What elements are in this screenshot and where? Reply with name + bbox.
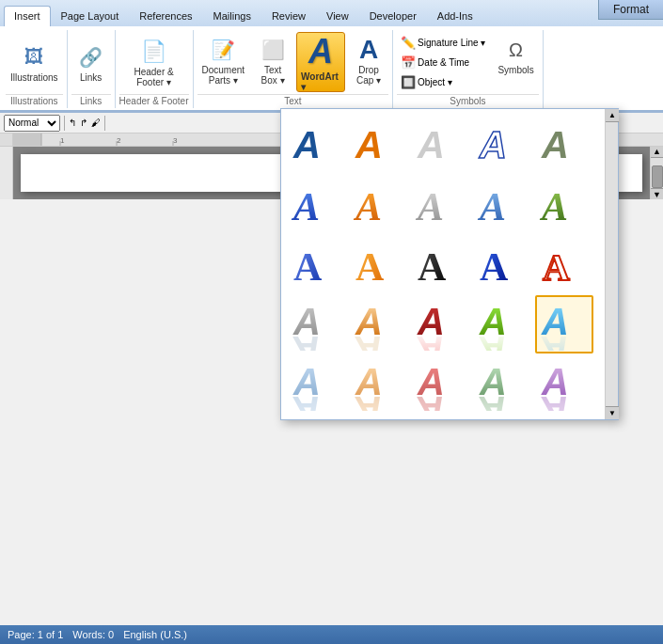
symbols-group-label: Symbols (397, 94, 539, 106)
vertical-scrollbar[interactable]: ▲ ▼ (650, 147, 663, 199)
wordart-button[interactable]: A WordArt ▾ (296, 32, 345, 92)
wa-item-1[interactable]: A (287, 115, 345, 173)
status-bar: Page: 1 of 1 Words: 0 English (U.S.) (0, 625, 663, 644)
wordart-panel: A A A A A A (280, 108, 619, 420)
scroll-down-arrow[interactable]: ▼ (651, 188, 664, 199)
style-dropdown[interactable]: Normal (4, 115, 60, 132)
wa-item-25[interactable]: A A (535, 355, 593, 414)
svg-text:A: A (417, 329, 445, 352)
svg-text:A: A (355, 329, 383, 352)
wa-item-14[interactable]: A (473, 235, 531, 293)
svg-text:A: A (418, 245, 447, 289)
object-button[interactable]: 🔲 Object ▾ (397, 73, 489, 91)
signature-line-label: Signature Line ▾ (418, 38, 485, 48)
wa-item-5[interactable]: A (535, 115, 593, 173)
svg-text:1: 1 (60, 136, 65, 145)
tab-references[interactable]: References (129, 6, 202, 26)
wa-item-15[interactable]: A (535, 235, 593, 293)
svg-text:A: A (480, 245, 509, 289)
signature-line-button[interactable]: ✏️ Signature Line ▾ (397, 34, 489, 52)
wa-item-19[interactable]: A A (473, 295, 531, 353)
wa-item-12[interactable]: A (349, 235, 407, 293)
symbols-icon: Ω (501, 35, 531, 65)
wa-item-6[interactable]: A (287, 175, 345, 233)
svg-text:A: A (479, 389, 507, 412)
format-tab-label: Format (613, 3, 649, 16)
ribbon-group-illustrations: 🖼 Illustrations Illustrations (2, 30, 68, 108)
left-sidebar (0, 147, 13, 199)
panel-scrollbar[interactable]: ▲ ▼ (605, 109, 618, 419)
wa-item-17[interactable]: A A (349, 295, 407, 353)
wa-item-13[interactable]: A (411, 235, 469, 293)
date-time-icon: 📅 (401, 55, 416, 70)
svg-text:A: A (479, 329, 507, 352)
drop-cap-button[interactable]: A DropCap ▾ (349, 32, 388, 92)
document-parts-icon: 📝 (208, 35, 238, 65)
separator-2 (104, 116, 105, 131)
symbols-button[interactable]: Ω Symbols (493, 32, 538, 92)
wa-item-22[interactable]: A A (349, 355, 407, 414)
svg-text:A: A (479, 124, 507, 165)
panel-scroll-down[interactable]: ▼ (606, 406, 619, 419)
text-box-icon: ⬜ (258, 35, 288, 65)
illustrations-icon: 🖼 (19, 42, 49, 72)
wa-item-24[interactable]: A A (473, 355, 531, 414)
text-box-button[interactable]: ⬜ TextBox ▾ (253, 32, 292, 92)
svg-text:A: A (353, 185, 382, 228)
wa-item-10[interactable]: A (535, 175, 593, 233)
page-count: Page: 1 of 1 (8, 629, 63, 640)
wordart-icon: A (308, 32, 333, 71)
svg-text:A: A (543, 246, 570, 289)
wa-item-23[interactable]: A A (411, 355, 469, 414)
panel-scroll-up[interactable]: ▲ (606, 109, 619, 122)
format-tab[interactable]: Format (598, 0, 663, 20)
wa-item-16[interactable]: A A (287, 295, 345, 353)
wa-item-4[interactable]: A (473, 115, 531, 173)
wa-item-11[interactable]: A (287, 235, 345, 293)
wa-item-9[interactable]: A (473, 175, 531, 233)
wa-item-20[interactable]: A A (535, 295, 593, 353)
wordart-label: WordArt ▾ (301, 71, 340, 92)
links-button[interactable]: 🔗 Links (71, 39, 111, 86)
illustrations-group-label: Illustrations (6, 94, 63, 106)
redo-icon[interactable]: ↱ (80, 118, 87, 128)
scroll-up-arrow[interactable]: ▲ (651, 147, 664, 158)
svg-text:3: 3 (173, 136, 178, 145)
text-box-label: TextBox ▾ (261, 65, 285, 86)
wa-item-3[interactable]: A (411, 115, 469, 173)
wa-item-21[interactable]: A A (287, 355, 345, 414)
drop-cap-label: DropCap ▾ (356, 65, 381, 86)
tab-page-layout[interactable]: Page Layout (51, 6, 130, 26)
svg-text:A: A (291, 185, 320, 228)
header-footer-button[interactable]: 📄 Header &Footer ▾ (129, 34, 178, 90)
tab-insert[interactable]: Insert (4, 6, 51, 26)
undo-icon[interactable]: ↰ (69, 118, 76, 128)
wa-item-2[interactable]: A (349, 115, 407, 173)
word-count: Words: 0 (72, 629, 114, 640)
wa-item-8[interactable]: A (411, 175, 469, 233)
header-footer-icon: 📄 (139, 37, 169, 67)
svg-text:A: A (417, 124, 445, 165)
header-footer-label: Header &Footer ▾ (134, 67, 173, 87)
svg-text:A: A (539, 185, 568, 228)
wa-item-7[interactable]: A (349, 175, 407, 233)
svg-text:2: 2 (117, 136, 121, 145)
svg-text:A: A (292, 124, 321, 165)
wordart-gallery: A A A A A A (281, 109, 605, 419)
svg-text:A: A (541, 389, 569, 412)
wa-item-18[interactable]: A A (411, 295, 469, 353)
tab-add-ins[interactable]: Add-Ins (427, 6, 483, 26)
tab-view[interactable]: View (316, 6, 359, 26)
svg-text:A: A (293, 245, 323, 289)
format-painter-icon[interactable]: 🖌 (91, 118, 101, 128)
tab-mailings[interactable]: Mailings (203, 6, 261, 26)
svg-rect-1 (13, 134, 41, 146)
tab-review[interactable]: Review (261, 6, 316, 26)
tab-developer[interactable]: Developer (359, 6, 427, 26)
scroll-thumb[interactable] (652, 165, 663, 189)
date-time-button[interactable]: 📅 Date & Time (397, 54, 489, 71)
symbols-label: Symbols (497, 65, 533, 75)
object-icon: 🔲 (401, 75, 416, 89)
illustrations-button[interactable]: 🖼 Illustrations (6, 39, 63, 86)
document-parts-button[interactable]: 📝 DocumentParts ▾ (197, 32, 250, 92)
